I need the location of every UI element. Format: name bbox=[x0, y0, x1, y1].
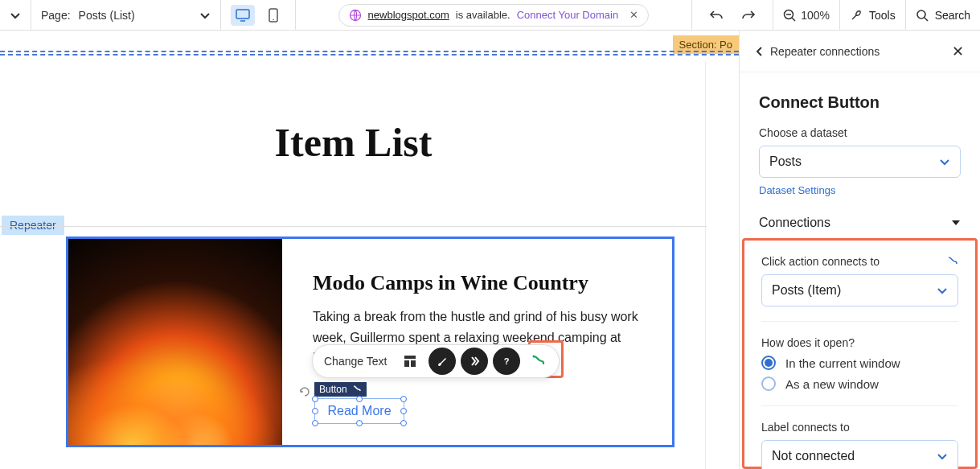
history-controls bbox=[692, 0, 773, 30]
connect-data-icon bbox=[531, 353, 547, 369]
menu-toggle[interactable] bbox=[0, 0, 31, 30]
chevron-down-icon bbox=[937, 450, 948, 462]
change-text-button[interactable]: Change Text bbox=[324, 355, 393, 368]
animation-button[interactable] bbox=[461, 348, 488, 375]
repeater-tag[interactable]: Repeater bbox=[2, 216, 64, 235]
element-tag-button[interactable]: Button bbox=[314, 382, 367, 397]
undo-button[interactable] bbox=[702, 0, 731, 30]
open-current-label: In the current window bbox=[785, 356, 900, 370]
element-tag-label: Button bbox=[319, 384, 347, 395]
top-toolbar: Page: Posts (List) newblogspot.com is av… bbox=[0, 0, 980, 31]
click-action-dropdown[interactable]: Posts (Item) bbox=[761, 274, 958, 306]
domain-availability: is available. bbox=[456, 9, 511, 21]
zoom-out-icon bbox=[783, 9, 796, 22]
design-button[interactable] bbox=[428, 348, 456, 375]
dataset-settings-link[interactable]: Dataset Settings bbox=[759, 184, 835, 196]
open-new-label: As a new window bbox=[785, 377, 879, 391]
desktop-view-button[interactable] bbox=[231, 5, 255, 26]
resize-handle[interactable] bbox=[400, 396, 407, 402]
tools-label: Tools bbox=[869, 9, 896, 22]
layout-button[interactable] bbox=[396, 348, 424, 375]
click-action-label: Click action connects to bbox=[761, 255, 958, 268]
connections-header-label: Connections bbox=[759, 216, 830, 230]
svg-rect-0 bbox=[236, 10, 249, 19]
resize-handle[interactable] bbox=[400, 408, 407, 414]
divider bbox=[761, 405, 958, 406]
domain-name: newblogspot.com bbox=[368, 9, 449, 21]
svg-rect-7 bbox=[404, 360, 409, 367]
connect-data-button[interactable] bbox=[525, 348, 552, 375]
tools-button[interactable]: Tools bbox=[840, 0, 906, 30]
chevron-down-icon bbox=[10, 10, 21, 21]
connect-domain-link[interactable]: Connect Your Domain bbox=[517, 9, 618, 21]
read-more-button[interactable]: Read More bbox=[314, 398, 404, 424]
wrench-icon bbox=[850, 9, 863, 22]
panel-title: Connect Button bbox=[759, 93, 961, 112]
panel-body: Connect Button Choose a dataset Posts Da… bbox=[740, 72, 980, 230]
open-new-window-radio[interactable]: As a new window bbox=[761, 376, 958, 391]
zoom-value: 100% bbox=[801, 9, 830, 22]
dataset-value: Posts bbox=[769, 154, 802, 169]
resize-handle[interactable] bbox=[356, 396, 363, 402]
page-title[interactable]: Item List bbox=[0, 119, 707, 166]
label-connects-label: Label connects to bbox=[761, 421, 958, 434]
layout-icon bbox=[403, 354, 417, 368]
chevron-down-icon bbox=[199, 10, 211, 21]
close-icon[interactable]: ✕ bbox=[629, 9, 638, 21]
domain-bar: newblogspot.com is available. Connect Yo… bbox=[296, 0, 693, 30]
redo-icon bbox=[741, 9, 756, 22]
resize-handle[interactable] bbox=[356, 420, 363, 426]
chevron-down-icon bbox=[937, 285, 948, 296]
resize-handle[interactable] bbox=[312, 396, 318, 402]
panel-close-button[interactable]: ✕ bbox=[952, 43, 964, 60]
revert-icon[interactable] bbox=[298, 385, 311, 398]
repeater-item[interactable]: Modo Camps in Wine Country Taking a brea… bbox=[66, 237, 675, 447]
svg-point-11 bbox=[533, 356, 535, 358]
radio-unchecked-icon bbox=[761, 376, 776, 391]
connect-mini-icon bbox=[947, 256, 958, 267]
svg-point-2 bbox=[273, 19, 274, 20]
mobile-icon bbox=[269, 8, 278, 23]
caret-down-icon bbox=[951, 218, 961, 228]
open-current-window-radio[interactable]: In the current window bbox=[761, 356, 958, 370]
domain-pill[interactable]: newblogspot.com is available. Connect Yo… bbox=[338, 4, 650, 27]
search-label: Search bbox=[935, 9, 970, 22]
panel-back-button[interactable]: Repeater connections bbox=[756, 45, 880, 58]
chevron-left-icon bbox=[756, 47, 764, 56]
chevron-down-icon bbox=[939, 156, 950, 167]
svg-point-5 bbox=[917, 10, 925, 19]
dataset-dropdown[interactable]: Posts bbox=[759, 146, 961, 178]
item-image[interactable] bbox=[68, 239, 282, 445]
desktop-icon bbox=[236, 9, 250, 22]
resize-handle[interactable] bbox=[312, 408, 318, 414]
svg-rect-8 bbox=[411, 360, 416, 367]
panel-breadcrumb: Repeater connections bbox=[770, 45, 880, 58]
help-button[interactable]: ? bbox=[493, 348, 520, 375]
resize-handle[interactable] bbox=[400, 420, 407, 426]
undo-icon bbox=[709, 9, 724, 22]
divider bbox=[0, 226, 707, 227]
zoom-control[interactable]: 100% bbox=[773, 0, 840, 30]
globe-icon bbox=[349, 9, 362, 22]
editor-canvas: Section: Po Item List Repeater Modo Camp… bbox=[0, 31, 739, 469]
label-connects-dropdown[interactable]: Not connected bbox=[761, 440, 958, 469]
connections-header[interactable]: Connections bbox=[759, 216, 961, 230]
page-selector[interactable]: Page: Posts (List) bbox=[31, 0, 221, 30]
divider bbox=[761, 321, 958, 322]
item-title[interactable]: Modo Camps in Wine Country bbox=[313, 271, 648, 295]
read-more-label: Read More bbox=[327, 404, 391, 418]
question-icon: ? bbox=[500, 355, 513, 368]
redo-button[interactable] bbox=[734, 0, 763, 30]
element-action-bar: Change Text ? bbox=[312, 344, 560, 378]
resize-handle[interactable] bbox=[312, 420, 318, 426]
section-boundary bbox=[0, 51, 739, 56]
highlighted-section: Click action connects to Posts (Item) Ho… bbox=[742, 238, 978, 469]
search-button[interactable]: Search bbox=[906, 0, 980, 30]
mobile-view-button[interactable] bbox=[261, 5, 285, 26]
choose-dataset-label: Choose a dataset bbox=[759, 126, 961, 139]
paintbrush-icon bbox=[436, 355, 449, 368]
search-icon bbox=[916, 9, 929, 22]
connections-panel: Repeater connections ✕ Connect Button Ch… bbox=[739, 31, 980, 469]
radio-checked-icon bbox=[761, 356, 776, 370]
panel-header: Repeater connections ✕ bbox=[740, 31, 980, 72]
